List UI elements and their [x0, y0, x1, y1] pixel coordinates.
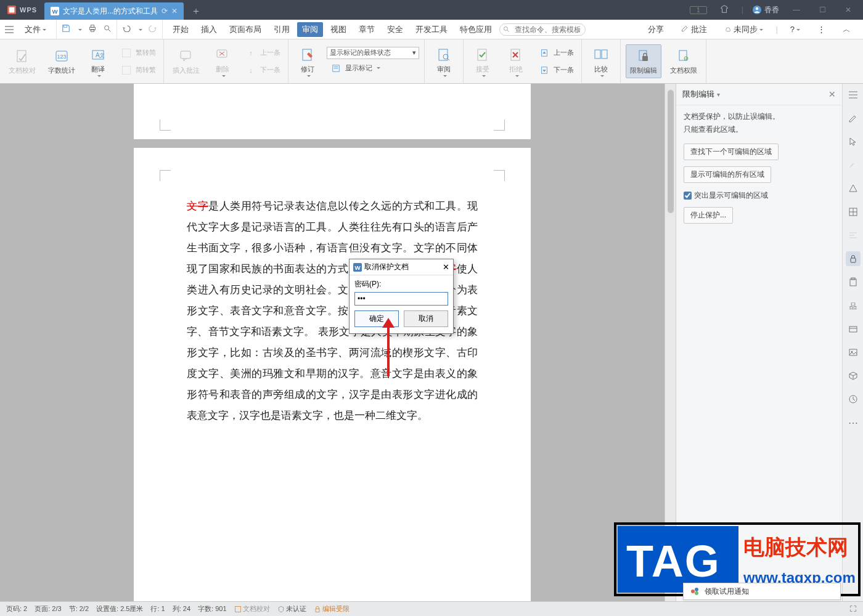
tool-shape-icon[interactable]: [846, 181, 861, 196]
ok-button[interactable]: 确定: [354, 310, 399, 327]
show-marks-button[interactable]: 显示标记: [327, 60, 419, 76]
tab-chapter[interactable]: 章节: [354, 22, 380, 37]
show-all-regions-button[interactable]: 显示可编辑的所有区域: [684, 166, 771, 183]
tool-cube-icon[interactable]: [846, 368, 861, 383]
simp2trad-button[interactable]: 繁转简: [117, 45, 158, 61]
tab-insert[interactable]: 插入: [196, 22, 222, 37]
tool-pen-icon[interactable]: [846, 111, 861, 126]
restrict-edit-button[interactable]: 限制编辑: [626, 44, 661, 78]
tab-featured[interactable]: 特色应用: [455, 22, 497, 37]
save-icon[interactable]: [62, 24, 70, 34]
share-button[interactable]: 分享: [643, 22, 669, 37]
tool-box-icon[interactable]: [846, 322, 861, 336]
tab-security[interactable]: 安全: [382, 22, 408, 37]
tool-clipboard-icon[interactable]: [846, 275, 861, 290]
compare-button[interactable]: 比较: [587, 44, 615, 79]
tab-refresh-icon[interactable]: ⟳: [162, 7, 168, 15]
display-state-combo[interactable]: 显示标记的最终状态▾: [327, 47, 419, 59]
status-section[interactable]: 节: 2/2: [69, 604, 89, 614]
user-menu[interactable]: 香香: [752, 5, 779, 15]
stop-protection-button[interactable]: 停止保护...: [684, 207, 733, 224]
document-tab[interactable]: W 文字是人类用...的方式和工具 ⟳ ✕: [44, 2, 184, 20]
skin-icon[interactable]: [716, 5, 733, 15]
menu-icon[interactable]: [5, 26, 14, 33]
find-next-region-button[interactable]: 查找下一个可编辑的区域: [684, 144, 779, 160]
status-proof[interactable]: 文档校对: [234, 604, 270, 614]
help-button[interactable]: ?: [785, 23, 805, 36]
tab-start[interactable]: 开始: [168, 22, 194, 37]
ribbon-review: 文档校对 123 字数统计 A文 翻译 繁转简 简转繁 插入批注 删除 ↑上一条…: [0, 39, 863, 84]
status-pageno[interactable]: 页码: 2: [6, 604, 27, 614]
fullscreen-icon[interactable]: [849, 605, 857, 614]
tool-lock-icon[interactable]: [846, 251, 861, 266]
tool-hamburger-icon[interactable]: [846, 87, 861, 102]
highlight-checkbox[interactable]: [684, 192, 692, 200]
insert-comment-button[interactable]: 插入批注: [169, 45, 203, 78]
prev-change-button[interactable]: 上一条: [535, 45, 576, 61]
password-input[interactable]: [354, 292, 448, 306]
tab-layout[interactable]: 页面布局: [224, 22, 266, 37]
save-dropdown[interactable]: [76, 25, 82, 34]
revise-button[interactable]: 修订: [293, 44, 322, 79]
trad2simp-button[interactable]: 简转繁: [117, 62, 158, 78]
annotate-button[interactable]: 批注: [676, 22, 712, 37]
tab-review[interactable]: 审阅: [297, 22, 323, 37]
search-input[interactable]: [499, 23, 586, 36]
next-comment-button[interactable]: ↓下一条: [242, 62, 283, 78]
maximize-button[interactable]: ☐: [814, 6, 831, 14]
doc-auth-button[interactable]: 文档权限: [666, 45, 701, 78]
delete-comment-button[interactable]: 删除: [208, 44, 237, 79]
accept-button[interactable]: 接受: [468, 44, 497, 79]
print-icon[interactable]: [88, 24, 97, 34]
highlight-regions-check[interactable]: 突出显示可编辑的区域: [684, 190, 835, 201]
tab-view[interactable]: 视图: [325, 22, 351, 37]
tool-image-icon[interactable]: [846, 345, 861, 360]
new-tab-button[interactable]: ＋: [187, 2, 205, 20]
prev-comment-button[interactable]: ↑上一条: [242, 45, 283, 61]
dialog-close-icon[interactable]: ✕: [443, 262, 449, 272]
document-canvas[interactable]: 文字是人类用符号记录表达信息以传之久远的方式和工具。现代文字大多是记录语言的工具…: [0, 84, 665, 601]
review-pane-button[interactable]: 审阅: [430, 44, 458, 79]
reject-button[interactable]: 拒绝: [502, 44, 530, 79]
next-change-button[interactable]: 下一条: [535, 62, 576, 78]
collapse-ribbon-icon[interactable]: ︿: [838, 22, 856, 37]
status-page[interactable]: 页面: 2/3: [35, 604, 61, 614]
wordcount-button[interactable]: 123 字数统计: [44, 45, 79, 78]
sync-status[interactable]: 未同步: [719, 22, 769, 37]
print-preview-icon[interactable]: [103, 24, 112, 34]
status-col[interactable]: 列: 24: [173, 604, 190, 614]
wps-home-button[interactable]: WPS: [0, 0, 44, 20]
tool-format-icon[interactable]: [846, 228, 861, 243]
tool-table-icon[interactable]: [846, 205, 861, 219]
close-window-button[interactable]: ✕: [840, 6, 857, 14]
proof-button[interactable]: 文档校对: [5, 45, 39, 78]
status-restricted[interactable]: 编辑受限: [314, 604, 350, 614]
tab-devtools[interactable]: 开发工具: [411, 22, 452, 37]
status-setval[interactable]: 设置值: 2.5厘米: [96, 604, 143, 614]
translate-button[interactable]: A文 翻译: [84, 44, 112, 79]
command-search[interactable]: [499, 23, 586, 36]
compare-icon: [592, 46, 610, 63]
file-menu[interactable]: 文件: [20, 22, 51, 37]
redo-icon[interactable]: [149, 25, 157, 34]
status-row[interactable]: 行: 1: [150, 604, 165, 614]
status-auth[interactable]: 未认证: [277, 604, 306, 614]
tab-close-icon[interactable]: ✕: [171, 7, 178, 15]
tab-reference[interactable]: 引用: [269, 22, 295, 37]
tool-select-icon[interactable]: [846, 134, 861, 149]
tool-character-icon[interactable]: 品: [846, 298, 861, 313]
undo-icon[interactable]: [122, 25, 131, 34]
status-words[interactable]: 字数: 901: [198, 604, 226, 614]
more-icon[interactable]: ⋮: [812, 23, 830, 36]
minimize-button[interactable]: ―: [788, 6, 805, 14]
tool-link-icon[interactable]: [846, 158, 861, 172]
undo-dropdown[interactable]: [137, 25, 142, 34]
tool-history-icon[interactable]: [846, 392, 861, 407]
badge-indicator[interactable]: 1: [690, 6, 707, 14]
watermark-tag: TAG: [626, 537, 721, 586]
cancel-button[interactable]: 取消: [404, 310, 448, 327]
trial-notification[interactable]: 领取试用通知: [683, 583, 841, 600]
tool-more-icon[interactable]: ⋯: [846, 415, 861, 430]
scroll-thumb[interactable]: [668, 90, 674, 213]
panel-close-icon[interactable]: ✕: [828, 89, 836, 99]
